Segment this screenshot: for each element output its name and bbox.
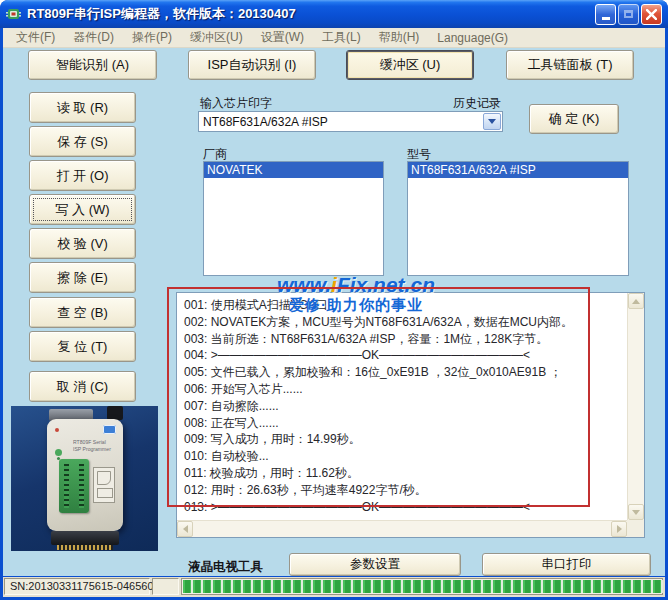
scroll-down-button[interactable] <box>628 504 644 520</box>
close-button[interactable] <box>641 4 662 25</box>
title-bar: RT809F串行ISP编程器，软件版本：20130407 <box>0 0 668 28</box>
scroll-right-button[interactable] <box>611 521 627 537</box>
app-icon <box>6 6 22 22</box>
log-line: 003: 当前所选：NT68F631A/632A #ISP，容量：1M位，128… <box>184 331 627 348</box>
triangle-down-icon <box>632 510 640 515</box>
reset-button[interactable]: 复 位 (T) <box>29 331 136 362</box>
brand-logo <box>103 425 116 434</box>
write-button[interactable]: 写 入 (W) <box>29 194 136 225</box>
programmer-body: RT809F Serial ISP Programmer <box>47 419 123 531</box>
menu-bar: 文件(F) 器件(D) 操作(P) 缓冲区(U) 设置(W) 工具(L) 帮助(… <box>3 28 665 48</box>
model-list-item[interactable]: NT68F631A/632A #ISP <box>408 162 628 178</box>
smart-identify-button[interactable]: 智能识别 (A) <box>28 50 157 80</box>
read-button[interactable]: 读 取 (R) <box>29 92 136 123</box>
menu-item-file[interactable]: 文件(F) <box>7 29 64 46</box>
log-line: 002: NOVATEK方案，MCU型号为NT68F631A/632A，数据在M… <box>184 314 627 331</box>
history-label: 历史记录 <box>453 95 501 112</box>
chip-combo-value: NT68F631A/632A #ISP <box>199 115 483 129</box>
chip-diagram <box>93 467 115 503</box>
log-area[interactable]: 001: 使用模式A扫描VGA口 002: NOVATEK方案，MCU型号为NT… <box>176 292 645 538</box>
log-line: 010: 自动校验... <box>184 448 627 465</box>
save-button[interactable]: 保 存 (S) <box>29 126 136 157</box>
toolchain-panel-button[interactable]: 工具链面板 (T) <box>506 50 634 80</box>
buffer-button[interactable]: 缓冲区 (U) <box>346 50 474 80</box>
serial-number: SN:20130331175615-046560 <box>4 578 150 595</box>
device-label-line2: ISP Programmer <box>73 447 111 453</box>
minimize-button[interactable] <box>595 4 616 25</box>
socket-lever <box>55 449 62 456</box>
chevron-down-icon <box>488 119 496 124</box>
log-line: 008: 正在写入...... <box>184 415 627 432</box>
scroll-up-button[interactable] <box>628 293 644 309</box>
triangle-up-icon <box>632 299 640 304</box>
menu-item-operate[interactable]: 操作(P) <box>123 29 181 46</box>
status-spacer <box>152 578 179 595</box>
log-line: 011: 校验成功，用时：11.62秒。 <box>184 465 627 482</box>
vertical-scrollbar[interactable] <box>627 293 644 520</box>
maximize-icon <box>624 10 633 18</box>
menu-item-help[interactable]: 帮助(H) <box>370 29 429 46</box>
status-led <box>55 428 59 432</box>
minimize-icon <box>602 17 610 20</box>
serial-print-button[interactable]: 串口打印 <box>482 553 651 576</box>
app-window: RT809F串行ISP编程器，软件版本：20130407 文件(F) 器件(D)… <box>0 0 668 600</box>
progress-bar <box>181 578 663 595</box>
isp-auto-identify-button[interactable]: ISP自动识别 (I) <box>188 50 316 80</box>
lcd-tv-tools-label: 液晶电视工具 <box>188 559 263 576</box>
power-jack <box>107 406 123 420</box>
log-text: 001: 使用模式A扫描VGA口 002: NOVATEK方案，MCU型号为NT… <box>177 293 627 520</box>
device-photo: RT809F Serial ISP Programmer <box>11 406 158 551</box>
cancel-button[interactable]: 取 消 (C) <box>29 371 136 402</box>
log-line: 012: 用时：26.63秒，平均速率4922字节/秒。 <box>184 482 627 499</box>
model-list[interactable]: NT68F631A/632A #ISP <box>407 161 629 276</box>
menu-item-settings[interactable]: 设置(W) <box>252 29 313 46</box>
zif-socket <box>59 459 89 513</box>
bottom-connector <box>51 531 119 545</box>
log-line: 004: >————————————OK————————————< <box>184 347 627 364</box>
device-label-line1: RT809F Serial <box>73 440 106 446</box>
parameter-settings-button[interactable]: 参数设置 <box>289 553 461 576</box>
menu-item-language[interactable]: Language(G) <box>428 31 517 45</box>
log-line: 013: >————————————OK————————————< <box>184 499 627 516</box>
open-button[interactable]: 打 开 (O) <box>29 160 136 191</box>
verify-button[interactable]: 校 验 (V) <box>29 228 136 259</box>
combo-dropdown-button[interactable] <box>483 113 501 130</box>
window-title: RT809F串行ISP编程器，软件版本：20130407 <box>27 5 296 23</box>
scrollbar-corner <box>627 520 644 537</box>
scroll-left-button[interactable] <box>177 521 193 537</box>
progress-fill <box>183 580 663 593</box>
maximize-button[interactable] <box>618 4 639 25</box>
close-icon <box>646 9 657 20</box>
chip-input-label: 输入芯片印字 <box>200 95 272 112</box>
log-line: 006: 开始写入芯片...... <box>184 381 627 398</box>
triangle-left-icon <box>183 525 188 533</box>
log-line: 007: 自动擦除...... <box>184 398 627 415</box>
menu-item-tools[interactable]: 工具(L) <box>313 29 370 46</box>
erase-button[interactable]: 擦 除 (E) <box>29 262 136 293</box>
menu-item-buffer[interactable]: 缓冲区(U) <box>181 29 252 46</box>
blank-check-button[interactable]: 查 空 (B) <box>29 297 136 328</box>
chip-combo[interactable]: NT68F631A/632A #ISP <box>198 111 503 132</box>
log-line: 005: 文件已载入，累加校验和：16位_0xE91B ，32位_0x010AE… <box>184 364 627 381</box>
triangle-right-icon <box>617 525 622 533</box>
confirm-button[interactable]: 确 定 (K) <box>529 104 619 134</box>
manufacturer-list[interactable]: NOVATEK <box>203 161 384 276</box>
menu-item-device[interactable]: 器件(D) <box>64 29 123 46</box>
horizontal-scrollbar[interactable] <box>177 520 627 537</box>
window-controls <box>595 4 662 25</box>
log-line: 009: 写入成功，用时：14.99秒。 <box>184 431 627 448</box>
log-line: 001: 使用模式A扫描VGA口 <box>184 297 627 314</box>
status-bar: SN:20130331175615-046560 <box>3 577 665 597</box>
manufacturer-list-item[interactable]: NOVATEK <box>204 162 383 178</box>
